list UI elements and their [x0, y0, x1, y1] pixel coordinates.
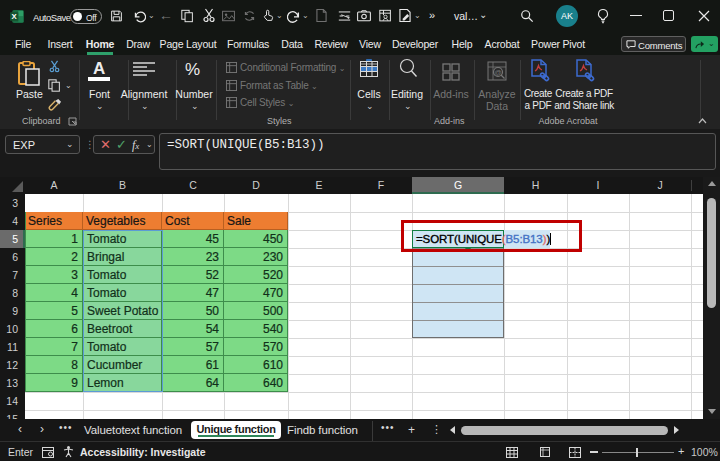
svg-text:@: @ [494, 69, 501, 76]
svg-text:X: X [12, 12, 18, 21]
